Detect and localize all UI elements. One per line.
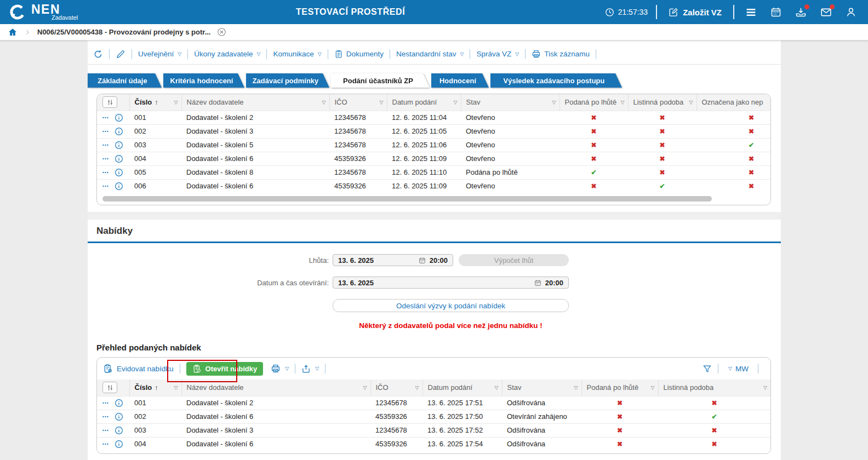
table-settings-icon[interactable]: [102, 96, 117, 108]
menu-sprava-vz[interactable]: Správa VZ▽: [476, 50, 519, 58]
table-row[interactable]: 001Dodavatel - školení 21234567812. 6. 2…: [97, 111, 771, 124]
table-row[interactable]: 003Dodavatel - školení 31234567813. 6. 2…: [97, 423, 770, 437]
breadcrumb-item[interactable]: N006/25/V00005438 - Provozování prodejny…: [37, 28, 210, 36]
row-menu-icon[interactable]: [101, 441, 110, 447]
column-header[interactable]: Podaná po lhůtě▽: [559, 94, 628, 111]
info-icon[interactable]: [115, 426, 123, 435]
open-offers-button[interactable]: Otevřít nabídky: [186, 362, 264, 376]
column-header[interactable]: Stav▽: [461, 94, 559, 111]
nen-logo[interactable]: NEN Zadavatel: [9, 3, 78, 21]
filter-icon[interactable]: [703, 364, 712, 373]
row-menu-icon[interactable]: [101, 128, 110, 135]
filter-dropdown-icon[interactable]: ▽: [552, 100, 556, 105]
column-header[interactable]: Číslo↑▽: [129, 94, 181, 111]
deadline-input[interactable]: 13. 6. 2025 20:00: [333, 254, 453, 266]
print-table-button[interactable]: ▽: [271, 364, 289, 373]
calendar-icon[interactable]: [419, 257, 426, 264]
register-offer-button[interactable]: Evidovat nabídku: [103, 364, 174, 373]
pencil-icon[interactable]: [116, 49, 125, 59]
tab-1[interactable]: Základní údaje: [88, 73, 162, 88]
column-header[interactable]: Označena jako nep▽: [696, 94, 771, 111]
filter-dropdown-icon[interactable]: ▽: [651, 385, 655, 390]
info-icon[interactable]: [115, 154, 123, 163]
horizontal-scrollbar[interactable]: [102, 196, 712, 202]
print-record-button[interactable]: Tisk záznamu: [532, 49, 590, 59]
filter-dropdown-icon[interactable]: ▽: [689, 100, 693, 105]
table-settings[interactable]: [97, 380, 129, 396]
column-header[interactable]: Číslo↑▽: [129, 380, 181, 396]
filter-dropdown-icon[interactable]: ▽: [174, 385, 178, 390]
row-menu-icon[interactable]: [101, 413, 110, 420]
menu-nestandardni-stav[interactable]: Nestandardní stav▽: [396, 50, 464, 58]
filter-dropdown-icon[interactable]: ▽: [415, 385, 419, 390]
info-icon[interactable]: [115, 412, 123, 421]
table-settings[interactable]: [97, 94, 129, 111]
tab-2[interactable]: Kritéria hodnocení: [163, 73, 244, 88]
column-header[interactable]: Datum podání▽: [387, 94, 461, 111]
table-row[interactable]: 002Dodavatel - školení 64535932613. 6. 2…: [97, 410, 770, 423]
filter-dropdown-icon[interactable]: ▽: [174, 100, 178, 105]
table-row[interactable]: 003Dodavatel - školení 51234567812. 6. 2…: [97, 138, 771, 152]
info-icon[interactable]: [115, 182, 123, 191]
table-row[interactable]: 001Dodavatel - školení 21234567813. 6. 2…: [97, 396, 770, 410]
home-icon[interactable]: [8, 27, 18, 37]
table-row[interactable]: 006Dodavatel - školení 64535932612. 6. 2…: [97, 179, 771, 193]
filter-dropdown-icon[interactable]: ▽: [454, 100, 458, 105]
column-header[interactable]: Listinná podoba▽: [628, 94, 696, 111]
calc-deadlines-button[interactable]: Výpočet lhůt: [459, 254, 569, 266]
refresh-icon[interactable]: [93, 49, 103, 59]
opening-input[interactable]: 13. 6. 2025 20:00: [333, 277, 569, 289]
row-menu-icon[interactable]: [101, 169, 110, 176]
info-icon[interactable]: [115, 440, 123, 449]
calendar-icon[interactable]: [534, 279, 541, 286]
column-header[interactable]: Stav▽: [502, 380, 581, 396]
send-call-button[interactable]: Odeslání výzvy k podání nabídek: [333, 299, 569, 312]
create-vz-button[interactable]: Založit VZ: [665, 7, 725, 18]
info-icon[interactable]: [115, 168, 123, 177]
menu-komunikace[interactable]: Komunikace▽: [273, 50, 321, 58]
filter-dropdown-icon[interactable]: ▽: [363, 385, 367, 390]
column-header[interactable]: Název dodavatele▽: [181, 380, 370, 396]
filter-dropdown-icon[interactable]: ▽: [380, 100, 384, 105]
info-icon[interactable]: [115, 399, 123, 407]
column-header[interactable]: Podaná po lhůtě▽: [581, 380, 658, 396]
mail-icon[interactable]: [820, 7, 832, 18]
filter-dropdown-icon[interactable]: ▽: [763, 385, 767, 390]
tab-3[interactable]: Zadávací podmínky: [246, 73, 329, 88]
table-row[interactable]: 004Dodavatel - školení 64535932612. 6. 2…: [97, 152, 771, 165]
tab-6[interactable]: Výsledek zadávacího postupu: [490, 73, 622, 88]
filter-dropdown-icon[interactable]: ▽: [621, 100, 625, 105]
column-header[interactable]: IČO▽: [329, 94, 387, 111]
table-row[interactable]: 002Dodavatel - školení 31234567812. 6. 2…: [97, 124, 771, 138]
row-menu-icon[interactable]: [101, 183, 110, 189]
menu-dokumenty[interactable]: Dokumenty: [334, 50, 384, 59]
menu-icon[interactable]: [745, 7, 757, 18]
table-row[interactable]: 005Dodavatel - školení 81234567812. 6. 2…: [97, 165, 771, 179]
column-header[interactable]: Název dodavatele▽: [181, 94, 329, 111]
row-menu-icon[interactable]: [101, 156, 110, 162]
row-menu-icon[interactable]: [101, 114, 110, 121]
export-button[interactable]: ▽: [301, 364, 319, 373]
info-icon[interactable]: [115, 141, 123, 150]
filter-dropdown-icon[interactable]: ▽: [574, 385, 578, 390]
info-icon[interactable]: [115, 113, 123, 122]
menu-uverejneni[interactable]: Uveřejnění▽: [138, 50, 181, 58]
column-header[interactable]: IČO▽: [370, 380, 422, 396]
column-header[interactable]: Datum podání▽: [422, 380, 502, 396]
inbox-icon[interactable]: [795, 7, 807, 18]
row-menu-icon[interactable]: [101, 142, 110, 148]
column-header[interactable]: Listinná podoba▽: [658, 380, 770, 396]
row-menu-icon[interactable]: [101, 400, 110, 406]
calendar-icon[interactable]: [770, 7, 781, 18]
menu-ukony-zadavatele[interactable]: Úkony zadavatele▽: [194, 50, 260, 58]
row-menu-icon[interactable]: [101, 427, 110, 434]
mw-view-button[interactable]: ▽ MW: [724, 364, 752, 373]
close-icon[interactable]: [217, 27, 226, 37]
tab-5[interactable]: Hodnocení: [431, 73, 489, 88]
filter-dropdown-icon[interactable]: ▽: [322, 100, 326, 105]
tab-4[interactable]: Podání účastníků ZP: [331, 73, 430, 88]
filter-dropdown-icon[interactable]: ▽: [495, 385, 499, 390]
table-settings-icon[interactable]: [102, 382, 117, 393]
user-icon[interactable]: [846, 7, 856, 18]
info-icon[interactable]: [115, 127, 123, 136]
